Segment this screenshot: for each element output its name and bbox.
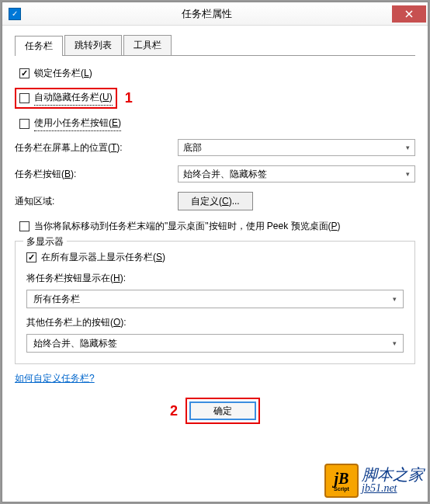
tab-jumplist[interactable]: 跳转列表 — [64, 35, 122, 55]
watermark-url: jb51.net — [362, 482, 424, 495]
chevron-down-icon: ▾ — [393, 339, 397, 347]
buttons-select[interactable]: 始终合并、隐藏标签 ▾ — [178, 165, 415, 182]
ok-button[interactable]: 确定 — [189, 401, 256, 420]
close-button[interactable] — [392, 5, 426, 23]
small-buttons-row: 使用小任务栏按钮(E) — [19, 116, 415, 131]
showon-label: 将任务栏按钮显示在(H): — [26, 272, 404, 285]
dialog-content: 任务栏 跳转列表 工具栏 锁定任务栏(L) 自动隐藏任务栏(U) 1 使用小任务… — [2, 26, 428, 391]
small-buttons-label[interactable]: 使用小任务栏按钮(E) — [34, 116, 121, 131]
annotation-box-1: 自动隐藏任务栏(U) — [15, 88, 117, 109]
annotation-number-1: 1 — [125, 90, 133, 106]
lock-taskbar-checkbox[interactable] — [19, 68, 29, 78]
notify-label: 通知区域: — [15, 195, 178, 208]
showon-select[interactable]: 所有任务栏 ▾ — [26, 290, 404, 308]
autohide-row: 自动隐藏任务栏(U) 1 — [15, 88, 415, 109]
app-icon: ✓ — [9, 8, 21, 20]
position-label: 任务栏在屏幕上的位置(T): — [15, 141, 178, 155]
multimonitor-group: 多显示器 在所有显示器上显示任务栏(S) 将任务栏按钮显示在(H): 所有任务栏… — [15, 241, 415, 364]
chevron-down-icon: ▾ — [393, 295, 397, 303]
chevron-down-icon: ▾ — [406, 144, 410, 151]
buttons-value: 始终合并、隐藏标签 — [183, 168, 267, 181]
watermark-text: 脚本之家 — [362, 467, 424, 482]
notify-row: 通知区域: 自定义(C)... — [15, 192, 415, 210]
position-select[interactable]: 底部 ▾ — [178, 139, 415, 156]
close-icon — [405, 10, 413, 18]
help-link[interactable]: 如何自定义任务栏? — [15, 373, 95, 384]
tab-strip: 任务栏 跳转列表 工具栏 — [15, 35, 415, 56]
peek-checkbox[interactable] — [19, 221, 29, 231]
position-value: 底部 — [183, 141, 202, 155]
ok-area: 2 确定 — [170, 398, 260, 424]
annotation-number-2: 2 — [170, 403, 178, 419]
buttons-row: 任务栏按钮(B): 始终合并、隐藏标签 ▾ — [15, 165, 415, 182]
allmonitors-row: 在所有显示器上显示任务栏(S) — [26, 251, 404, 264]
chevron-down-icon: ▾ — [406, 170, 410, 178]
autohide-checkbox[interactable] — [19, 93, 29, 103]
position-row: 任务栏在屏幕上的位置(T): 底部 ▾ — [15, 139, 415, 156]
allmonitors-label[interactable]: 在所有显示器上显示任务栏(S) — [41, 251, 165, 264]
allmonitors-checkbox[interactable] — [26, 252, 36, 262]
watermark-logo: jB Script — [324, 464, 359, 498]
lock-taskbar-label[interactable]: 锁定任务栏(L) — [34, 67, 92, 80]
customize-button[interactable]: 自定义(C)... — [178, 192, 253, 210]
window-title: 任务栏属性 — [21, 7, 392, 21]
showon-value: 所有任务栏 — [33, 293, 80, 306]
dialog-footer: 2 确定 — [2, 391, 428, 430]
autohide-label[interactable]: 自动隐藏任务栏(U) — [34, 91, 113, 106]
multimonitor-legend: 多显示器 — [23, 235, 67, 249]
peek-label[interactable]: 当你将鼠标移动到任务栏末端的"显示桌面"按钮时，使用 Peek 预览桌面(P) — [34, 220, 341, 233]
annotation-box-2: 确定 — [186, 398, 260, 424]
watermark: jB Script 脚本之家 jb51.net — [324, 464, 424, 498]
tab-taskbar[interactable]: 任务栏 — [15, 36, 63, 56]
lock-taskbar-row: 锁定任务栏(L) — [19, 67, 415, 80]
buttons-label: 任务栏按钮(B): — [15, 168, 178, 181]
other-value: 始终合并、隐藏标签 — [33, 337, 117, 350]
tab-toolbars[interactable]: 工具栏 — [123, 35, 172, 55]
taskbar-properties-window: ✓ 任务栏属性 任务栏 跳转列表 工具栏 锁定任务栏(L) 自动隐藏任务栏(U)… — [2, 2, 428, 502]
other-select[interactable]: 始终合并、隐藏标签 ▾ — [26, 334, 404, 353]
titlebar: ✓ 任务栏属性 — [2, 2, 428, 26]
peek-row: 当你将鼠标移动到任务栏末端的"显示桌面"按钮时，使用 Peek 预览桌面(P) — [19, 220, 415, 233]
other-label: 其他任务栏上的按钮(O): — [26, 316, 404, 329]
small-buttons-checkbox[interactable] — [19, 119, 29, 129]
